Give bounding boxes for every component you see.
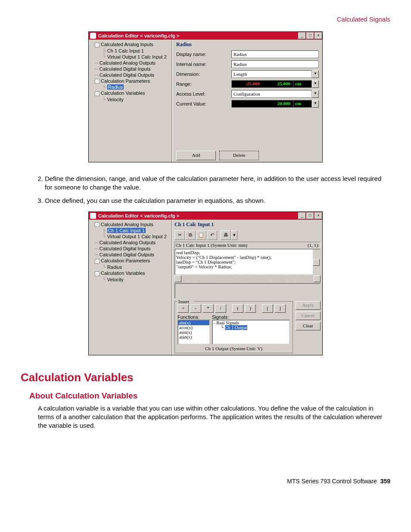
editor-panel: Ch 1 Calc Input 1 ✂ ⧉ 📋 ↶ 🖶 ▾ Ch 1 Calc … [173,220,322,355]
op-minus[interactable]: - [190,304,201,313]
tree-item-analog-outputs[interactable]: Calculated Analog Outputs [100,60,156,65]
op-mult[interactable]: * [202,304,214,313]
tree-item-analog-inputs[interactable]: Calculated Analog Inputs [101,222,153,227]
func-item[interactable]: asin(x) [178,330,209,335]
func-item[interactable]: abs(x) [178,320,209,325]
editor-heading: Ch 1 Calc Input 1 [174,221,321,228]
body-paragraph: A calculation variable is a variable tha… [38,404,390,430]
tree-item-vo1[interactable]: Virtual Output 1 Calc Input 2 [107,234,167,239]
op-lparen[interactable]: ( [232,304,243,313]
expand-icon[interactable]: - [214,320,215,325]
signals-tree[interactable]: - Real Signals └ Ch 1 Output [212,320,290,345]
current-value-display[interactable]: 20.000 cm [231,100,312,108]
action-buttons: Apply Cancel Clear [296,301,321,353]
signals-label: Signals: [212,314,290,320]
delete-button[interactable]: Delete [219,151,259,160]
dimension-combo[interactable] [231,70,312,78]
tree-item-radius[interactable]: Radius [107,264,122,270]
window-title: Calculation Editor < variconfig.cfg > [97,33,298,38]
functions-list[interactable]: abs(x) acos(x) asin(x) atan(x) [177,320,210,345]
cut-icon[interactable]: ✂ [174,230,185,240]
expand-icon[interactable]: - [95,91,100,96]
insert-fieldset: Insert + - * / ( ) [ ] [174,301,293,353]
copy-icon[interactable]: ⧉ [185,230,196,240]
window-titlebar[interactable]: Calculation Editor < variconfig.cfg > _ … [89,212,322,220]
close-button[interactable]: × [314,32,322,39]
window-calc-editor-2: Calculation Editor < variconfig.cfg > _ … [88,212,323,355]
tree-item-vo1[interactable]: Virtual Output 1 Calc Input 2 [107,54,167,59]
code-editor[interactable]: real lastDisp; Velocity = ("Ch 1 Displac… [174,249,321,275]
range-min: -25.000 [232,81,262,87]
tree-item-digital-outputs[interactable]: Calculated Digital Outputs [100,72,154,78]
op-lbrack[interactable]: [ [262,304,273,313]
expand-icon[interactable]: - [95,79,100,84]
step-2: Define the dimension, range, and value o… [45,174,390,192]
maximize-button[interactable]: □ [306,32,314,39]
range-unit: cm [293,81,311,87]
func-item[interactable]: atan(x) [178,335,209,339]
tree-item-digital-outputs[interactable]: Calculated Digital Outputs [100,252,154,257]
tree-item-analog-inputs[interactable]: Calculated Analog Inputs [101,42,153,47]
internal-name-field[interactable] [231,60,319,68]
maximize-button[interactable]: □ [306,212,314,219]
horizontal-scrollbar[interactable] [174,275,321,282]
range-display[interactable]: -25.000 25.000 cm [231,80,312,88]
func-item[interactable]: acos(x) [178,325,209,330]
toolbar: ✂ ⧉ 📋 ↶ 🖶 ▾ [174,230,321,240]
access-combo[interactable] [231,90,312,98]
vertical-scrollbar[interactable] [313,284,320,298]
tree-item-digital-inputs[interactable]: Calculated Digital Inputs [100,246,151,251]
step-3: Once defined, you can use the calculatio… [45,196,390,205]
tree-view[interactable]: -Calculated Analog Inputs ├ Ch 1 Calc In… [89,220,171,355]
print-icon[interactable]: 🖶 [221,230,231,240]
op-plus[interactable]: + [177,304,189,313]
expand-icon[interactable]: - [95,43,100,47]
tree-item-params[interactable]: Calculation Parameters [101,78,150,84]
tree-item-vars[interactable]: Calculation Variables [101,90,145,96]
tree-item-ch1[interactable]: Ch 1 Calc Input 1 [107,228,146,233]
signals-group[interactable]: Real Signals [216,320,239,325]
tree-item-analog-outputs[interactable]: Calculated Analog Outputs [100,240,156,245]
op-rbrack[interactable]: ] [274,304,286,313]
apply-button[interactable]: Apply [296,301,321,310]
minimize-button[interactable]: _ [298,212,306,219]
scroll-up-icon[interactable] [313,259,320,266]
minimize-button[interactable]: _ [298,32,306,39]
window-titlebar[interactable]: Calculation Editor < variconfig.cfg > _ … [89,32,322,40]
tree-item-velocity[interactable]: Velocity [107,97,124,102]
tree-item-params[interactable]: Calculation Parameters [101,258,150,263]
tree-item-velocity[interactable]: Velocity [107,277,124,282]
current-value-label: Current Value: [176,101,231,106]
dropdown-icon[interactable]: ▼ [312,80,319,88]
code-text: real lastDisp; Velocity = ("Ch 1 Displac… [176,250,272,269]
display-name-label: Display name: [176,52,231,57]
output-box [174,283,321,299]
vertical-scrollbar[interactable] [313,249,320,274]
tree-item-radius[interactable]: Radius [107,84,124,90]
print-dropdown-icon[interactable]: ▾ [231,230,237,240]
dropdown-icon[interactable]: ▼ [312,100,319,108]
op-div[interactable]: / [215,304,226,313]
signal-item[interactable]: Ch 1 Output [225,325,247,330]
op-rparen[interactable]: ) [245,304,256,313]
add-button[interactable]: Add [176,151,216,160]
scroll-left-icon[interactable] [174,275,181,282]
scroll-right-icon[interactable] [314,275,321,282]
tree-item-digital-inputs[interactable]: Calculated Digital Inputs [100,66,151,72]
expand-icon[interactable]: - [95,259,100,264]
tree-item-ch1[interactable]: Ch 1 Calc Input 1 [107,48,144,53]
tree-item-vars[interactable]: Calculation Variables [101,271,145,276]
status-cursor: (1, 1): [308,243,319,248]
expand-icon[interactable]: - [95,271,100,276]
dropdown-icon[interactable]: ▼ [312,90,319,98]
expand-icon[interactable]: - [95,222,100,227]
tree-view[interactable]: -Calculated Analog Inputs ├ Ch 1 Calc In… [89,40,171,162]
dropdown-icon[interactable]: ▼ [312,70,319,78]
page-number: 359 [380,478,390,485]
clear-button[interactable]: Clear [296,322,321,330]
undo-icon[interactable]: ↶ [207,230,217,240]
close-button[interactable]: × [314,212,322,219]
display-name-field[interactable] [231,50,319,58]
paste-icon[interactable]: 📋 [196,230,206,240]
cancel-button[interactable]: Cancel [296,311,321,320]
